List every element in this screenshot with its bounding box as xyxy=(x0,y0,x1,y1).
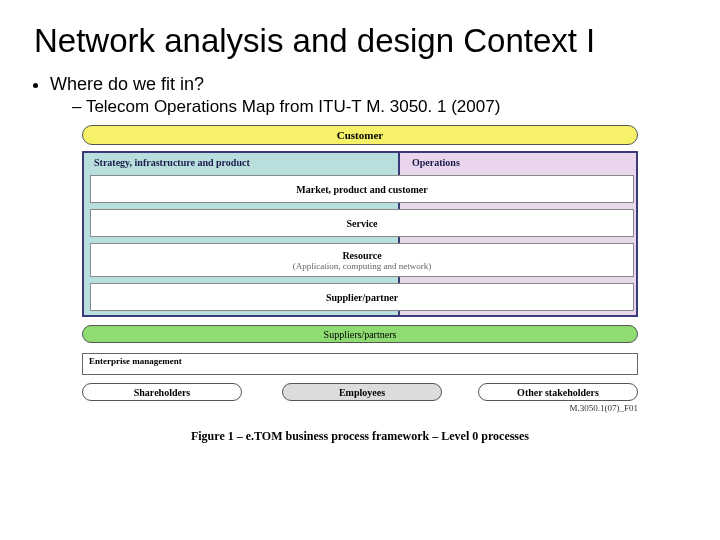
layer-resource-label: Resource xyxy=(342,250,381,261)
bullet-text: Where do we fit in? xyxy=(50,74,204,94)
suppliers-band: Suppliers/partners xyxy=(82,325,638,343)
enterprise-mgmt-label: Enterprise management xyxy=(89,356,182,366)
customer-label: Customer xyxy=(337,129,383,141)
stakeholder-row: Shareholders Employees Other stakeholder… xyxy=(82,383,638,403)
figure-caption: Figure 1 – e.TOM business process framew… xyxy=(64,429,656,444)
layer-resource-sub: (Application, computing and network) xyxy=(293,261,431,271)
layer-market-label: Market, product and customer xyxy=(296,184,427,195)
bullet-item: Where do we fit in? Telecom Operations M… xyxy=(50,74,692,117)
etom-diagram: Customer Strategy, infrastructure and pr… xyxy=(64,125,656,453)
other-stakeholders-label: Other stakeholders xyxy=(517,387,599,398)
layer-market: Market, product and customer xyxy=(90,175,634,203)
employees-pill: Employees xyxy=(282,383,442,401)
sub-bullet-item: Telecom Operations Map from ITU-T M. 305… xyxy=(72,97,692,117)
shareholders-pill: Shareholders xyxy=(82,383,242,401)
slide-title: Network analysis and design Context I xyxy=(34,22,692,60)
right-column-header: Operations xyxy=(406,155,634,169)
other-stakeholders-pill: Other stakeholders xyxy=(478,383,638,401)
main-process-box: Strategy, infrastructure and product Ope… xyxy=(82,151,638,317)
employees-label: Employees xyxy=(339,387,385,398)
figure-caption-text: Figure 1 – e.TOM business process framew… xyxy=(191,429,529,443)
left-column-header-text: Strategy, infrastructure and product xyxy=(94,157,250,168)
layer-resource: Resource (Application, computing and net… xyxy=(90,243,634,277)
bullet-list: Where do we fit in? Telecom Operations M… xyxy=(28,74,692,117)
suppliers-band-label: Suppliers/partners xyxy=(324,329,397,340)
sub-bullet-list: Telecom Operations Map from ITU-T M. 305… xyxy=(72,97,692,117)
enterprise-mgmt-box: Enterprise management xyxy=(82,353,638,375)
shareholders-label: Shareholders xyxy=(134,387,191,398)
right-column-header-text: Operations xyxy=(412,157,460,168)
figure-source-id: M.3050.1(07)_F01 xyxy=(569,403,638,413)
customer-band: Customer xyxy=(82,125,638,145)
layer-supplier: Supplier/partner xyxy=(90,283,634,311)
slide: Network analysis and design Context I Wh… xyxy=(0,0,720,540)
layer-supplier-label: Supplier/partner xyxy=(326,292,398,303)
figure-source-id-text: M.3050.1(07)_F01 xyxy=(569,403,638,413)
left-column-header: Strategy, infrastructure and product xyxy=(88,155,394,169)
layer-service-label: Service xyxy=(346,218,377,229)
layer-service: Service xyxy=(90,209,634,237)
sub-bullet-text: Telecom Operations Map from ITU-T M. 305… xyxy=(86,97,500,116)
